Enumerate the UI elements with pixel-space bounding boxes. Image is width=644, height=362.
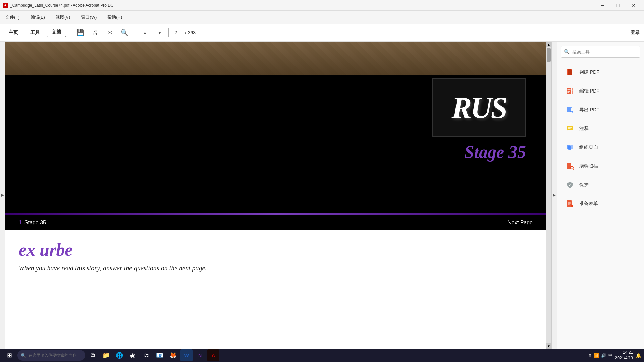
pdf-content-section: ex urbe When you have read this story, a… bbox=[5, 230, 546, 349]
taskbar-right-area: ⬆ 📶 🔊 中 14:21 2021/4/13 🔔 bbox=[588, 350, 641, 361]
svg-rect-2 bbox=[570, 72, 570, 74]
scroll-down-arrow[interactable]: ▼ bbox=[546, 343, 551, 349]
sidebar-search-container: 🔍 bbox=[561, 46, 640, 58]
sidebar-item-enhance[interactable]: 增强扫描 bbox=[560, 158, 641, 175]
sidebar-item-edit-pdf[interactable]: 编辑 PDF bbox=[560, 82, 641, 100]
rus-box: RUS bbox=[432, 78, 526, 137]
pdf-page: RUS Stage 35 1 Stage 35 Next Page ex urb… bbox=[5, 42, 551, 349]
edge-button[interactable]: 🌐 bbox=[113, 349, 125, 361]
start-button[interactable]: ⊞ bbox=[3, 350, 16, 361]
scroll-up-arrow[interactable]: ▲ bbox=[546, 42, 551, 47]
menu-window[interactable]: 窗口(W) bbox=[78, 13, 99, 22]
edit-pdf-icon bbox=[565, 86, 575, 96]
taskbar-search-input[interactable] bbox=[28, 353, 82, 358]
sidebar-item-comment[interactable]: 注释 bbox=[560, 120, 641, 137]
firefox-button[interactable]: 🦊 bbox=[167, 349, 179, 361]
mail-taskbar-button[interactable]: 📧 bbox=[154, 349, 166, 361]
search-icon: 🔍 bbox=[564, 49, 570, 54]
print-button[interactable]: 🖨 bbox=[89, 26, 101, 39]
task-view-button[interactable]: ⧉ bbox=[87, 349, 99, 361]
pdf-top-image bbox=[5, 42, 546, 75]
create-pdf-icon bbox=[565, 68, 575, 77]
window-title: _Cambridge_Latin_Course+4.pdf - Adobe Ac… bbox=[10, 3, 114, 8]
files-button[interactable]: 🗂 bbox=[140, 349, 152, 361]
svg-rect-12 bbox=[567, 200, 572, 207]
right-panel-collapse[interactable]: ▶ bbox=[551, 42, 557, 349]
toolbar-divider-1 bbox=[70, 27, 70, 38]
pdf-top-section: RUS Stage 35 bbox=[5, 42, 546, 213]
tab-home[interactable]: 主页 bbox=[4, 28, 23, 37]
sidebar-item-export-pdf[interactable]: 导出 PDF bbox=[560, 101, 641, 119]
page-down-button[interactable]: ▼ bbox=[154, 26, 166, 39]
footer-stage-label: Stage 35 bbox=[24, 220, 46, 226]
close-button[interactable]: ✕ bbox=[626, 0, 641, 11]
clock-display[interactable]: 14:21 2021/4/13 bbox=[615, 350, 633, 361]
login-button[interactable]: 登录 bbox=[631, 29, 640, 36]
pdf-footer: 1 Stage 35 Next Page bbox=[5, 215, 546, 230]
mail-button[interactable]: ✉ bbox=[104, 26, 116, 39]
word-button[interactable]: W bbox=[180, 349, 193, 361]
organize-icon bbox=[565, 143, 575, 152]
sidebar-search-input[interactable] bbox=[561, 46, 640, 58]
taskbar-search[interactable]: 🔍 bbox=[17, 350, 85, 361]
svg-rect-9 bbox=[568, 146, 571, 150]
stage-heading-text: Stage 35 bbox=[465, 142, 526, 162]
footer-page-number: 1 bbox=[19, 220, 22, 226]
svg-rect-14 bbox=[568, 203, 571, 204]
comment-icon bbox=[565, 124, 575, 133]
title-bar-left: A _Cambridge_Latin_Course+4.pdf - Adobe … bbox=[3, 3, 114, 8]
tray-expand-icon[interactable]: ⬆ bbox=[588, 353, 592, 358]
onenote-button[interactable]: N bbox=[194, 349, 206, 361]
pdf-viewer: RUS Stage 35 1 Stage 35 Next Page ex urb… bbox=[5, 42, 551, 349]
system-tray: ⬆ 📶 🔊 中 bbox=[588, 353, 612, 358]
page-up-button[interactable]: ▲ bbox=[139, 26, 151, 39]
tab-document[interactable]: 文档 bbox=[47, 28, 66, 37]
scroll-thumb[interactable] bbox=[547, 48, 551, 62]
app-icon: A bbox=[3, 3, 8, 8]
enhance-label: 增强扫描 bbox=[579, 163, 598, 169]
content-subtitle: When you have read this story, answer th… bbox=[19, 264, 533, 272]
sidebar-item-organize[interactable]: 组织页面 bbox=[560, 139, 641, 156]
volume-icon[interactable]: 🔊 bbox=[601, 353, 606, 358]
taskbar: ⊞ 🔍 ⧉ 📁 🌐 ◉ 🗂 📧 🦊 W N A ⬆ 📶 🔊 中 14:21 20… bbox=[0, 349, 644, 362]
next-page-link[interactable]: Next Page bbox=[507, 220, 533, 226]
acrobat-taskbar-button[interactable]: A bbox=[207, 349, 219, 361]
export-pdf-label: 导出 PDF bbox=[579, 107, 599, 113]
search-button[interactable]: 🔍 bbox=[118, 26, 130, 39]
menu-help[interactable]: 帮助(H) bbox=[105, 13, 125, 22]
prepare-label: 准备表单 bbox=[579, 201, 598, 207]
maximize-button[interactable]: □ bbox=[610, 0, 626, 11]
svg-rect-4 bbox=[572, 88, 573, 94]
explorer-button[interactable]: 📁 bbox=[100, 349, 112, 361]
protect-label: 保护 bbox=[579, 182, 589, 188]
prepare-icon bbox=[565, 199, 575, 208]
minimize-button[interactable]: ─ bbox=[595, 0, 610, 11]
left-panel-collapse[interactable]: ▶ bbox=[0, 42, 5, 349]
sidebar-item-create-pdf[interactable]: 创建 PDF bbox=[560, 64, 641, 81]
vertical-scrollbar[interactable]: ▲ ▼ bbox=[546, 42, 551, 349]
taskbar-search-icon: 🔍 bbox=[21, 353, 26, 358]
menu-view[interactable]: 视图(V) bbox=[53, 13, 73, 22]
notification-icon[interactable]: 🔔 bbox=[636, 353, 641, 358]
language-icon[interactable]: 中 bbox=[608, 353, 612, 358]
main-area: ▶ RUS Stage 35 bbox=[0, 42, 644, 349]
enhance-icon bbox=[565, 162, 575, 171]
time: 14:21 bbox=[615, 350, 633, 355]
page-total: / 363 bbox=[185, 30, 196, 35]
menu-file[interactable]: 文件(F) bbox=[3, 13, 22, 22]
sidebar-item-prepare[interactable]: 准备表单 bbox=[560, 195, 641, 213]
save-button[interactable]: 💾 bbox=[74, 26, 86, 39]
page-input[interactable]: 2 bbox=[168, 28, 183, 37]
protect-icon bbox=[565, 180, 575, 190]
export-pdf-icon bbox=[565, 105, 575, 115]
create-pdf-label: 创建 PDF bbox=[579, 69, 599, 75]
network-icon[interactable]: 📶 bbox=[594, 353, 599, 358]
chrome-button[interactable]: ◉ bbox=[127, 349, 139, 361]
rus-text: RUS bbox=[451, 90, 506, 125]
sidebar-item-protect[interactable]: 保护 bbox=[560, 176, 641, 194]
menu-edit[interactable]: 编辑(E) bbox=[28, 13, 48, 22]
page-navigation: 2 / 363 bbox=[168, 28, 196, 37]
pdf-footer-left: 1 Stage 35 bbox=[19, 220, 46, 226]
right-sidebar: 🔍 创建 PDF bbox=[557, 42, 644, 349]
tab-tools[interactable]: 工具 bbox=[25, 28, 44, 37]
